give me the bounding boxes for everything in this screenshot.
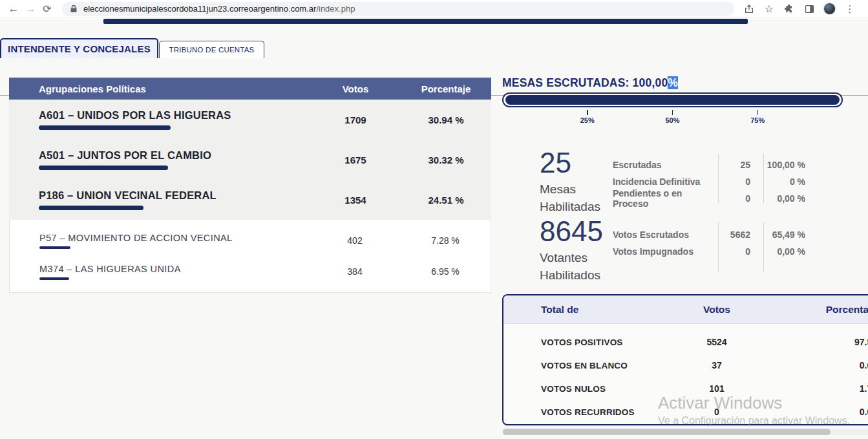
- stat-percentage: 0 %: [763, 177, 808, 187]
- totals-row: VOTOS RECURRIDOS00.00: [503, 400, 868, 423]
- divider: [718, 222, 719, 272]
- party-result-bar: [39, 277, 69, 280]
- totals-header-votos: Votos: [659, 304, 775, 316]
- party-name: M374 – LAS HIGUERAS UNIDA: [39, 264, 310, 274]
- extensions-puzzle-icon[interactable]: [783, 3, 795, 15]
- bookmark-star-icon[interactable]: ☆: [763, 3, 775, 15]
- browser-window: ← → ⟳ eleccionesmunicipalescordoba11jun2…: [0, 0, 868, 439]
- stat-value: 0: [718, 246, 763, 257]
- mesas-escrutadas-text: MESAS ESCRUTADAS: 100,00: [502, 76, 668, 89]
- share-icon[interactable]: [743, 3, 755, 15]
- party-percentage: 30.32 %: [401, 155, 491, 166]
- votantes-detail-rows: Votos Escrutados566265,49 %Votos Impugna…: [613, 226, 813, 260]
- progress-tick: 75%: [750, 110, 765, 124]
- totals-label: VOTOS POSITIVOS: [503, 337, 659, 347]
- scrutiny-progress-bar: [502, 92, 843, 107]
- totals-header-porcentaje: Porcentaje: [775, 304, 868, 316]
- stat-value: 5662: [718, 230, 763, 240]
- mesas-escrutadas-title: MESAS ESCRUTADAS: 100,00%: [502, 76, 678, 90]
- url-host: eleccionesmunicipalescordoba11jun23.corr…: [83, 4, 316, 14]
- lock-icon: [70, 5, 78, 13]
- party-percentage: 6.95 %: [400, 266, 491, 277]
- totals-label: VOTOS NULOS: [503, 384, 659, 394]
- party-name: P57 – MOVIMIENTO DE ACCION VECINAL: [39, 233, 310, 243]
- progress-tick: 50%: [665, 110, 679, 124]
- tab-intendente-y-concejales[interactable]: INTENDENTE Y CONCEJALES: [0, 38, 158, 58]
- totals-row: VOTOS EN BLANCO370.65: [503, 354, 868, 377]
- url-path: /index.php: [316, 4, 355, 14]
- url-text: eleccionesmunicipalescordoba11jun23.corr…: [83, 4, 355, 14]
- party-votes: 1709: [310, 114, 401, 125]
- stat-row: Escrutadas25100,00 %: [613, 156, 813, 173]
- totals-votes: 5524: [659, 337, 775, 347]
- stat-label: Votos Escrutados: [613, 230, 718, 240]
- tick-label: 25%: [580, 116, 595, 124]
- party-votes: 1675: [310, 155, 401, 166]
- totals-votes: 101: [659, 383, 775, 394]
- scrollbar-thumb[interactable]: [503, 429, 831, 435]
- totals-percentage: 97.56: [775, 337, 868, 347]
- menu-kebab-icon[interactable]: ⋮: [844, 3, 856, 15]
- scrutiny-progress-fill: [505, 95, 840, 105]
- party-name-cell: A601 – UNIDOS POR LAS HIGUERAS: [9, 109, 310, 130]
- party-row: A501 – JUNTOS POR EL CAMBIO167530.32 %: [9, 140, 491, 180]
- party-result-bar: [39, 206, 143, 210]
- totals-label: VOTOS RECURRIDOS: [503, 407, 659, 417]
- progress-tick: 25%: [580, 110, 595, 124]
- address-bar[interactable]: eleccionesmunicipalescordoba11jun23.corr…: [62, 2, 734, 16]
- party-name-cell: P186 – UNION VECINAL FEDERAL: [9, 189, 310, 210]
- reload-button[interactable]: ⟳: [39, 1, 56, 17]
- results-bottom-rows: P57 – MOVIMIENTO DE ACCION VECINAL4027.2…: [9, 220, 491, 293]
- horizontal-scrollbar[interactable]: [502, 429, 868, 435]
- side-panel-icon[interactable]: [803, 3, 815, 15]
- profile-avatar[interactable]: [823, 3, 836, 15]
- results-table: Agrupaciones Políticas Votos Porcentaje …: [9, 78, 491, 293]
- totals-votes: 37: [659, 360, 775, 370]
- header-votos: Votos: [310, 83, 401, 94]
- mesas-habilitadas-count: 25: [540, 149, 617, 177]
- stat-percentage: 0,00 %: [763, 246, 808, 257]
- tick-mark: [672, 110, 673, 115]
- stat-label: Votos Impugnados: [613, 246, 718, 257]
- totals-header-label: Total de: [503, 304, 659, 316]
- stat-value: 0: [718, 177, 763, 187]
- party-result-bar: [39, 125, 171, 130]
- divider: [718, 154, 719, 203]
- stat-label: Pendientes o en Proceso: [613, 188, 718, 209]
- mesas-detail-rows: Escrutadas25100,00 %Incidencia Definitiv…: [613, 156, 813, 207]
- divider: [763, 154, 764, 203]
- totals-row: VOTOS POSITIVOS552497.56: [503, 330, 868, 354]
- party-name-cell: A501 – JUNTOS POR EL CAMBIO: [9, 149, 310, 170]
- page-tabs: INTENDENTE Y CONCEJALES TRIBUNO DE CUENT…: [0, 38, 868, 58]
- selected-percent: %: [668, 76, 678, 89]
- totals-label: VOTOS EN BLANCO: [503, 361, 659, 370]
- totals-table-header: Total de Votos Porcentaje: [503, 295, 868, 324]
- totals-table-body: VOTOS POSITIVOS552497.56VOTOS EN BLANCO3…: [503, 324, 868, 423]
- tab-tribuno-de-cuentas[interactable]: TRIBUNO DE CUENTAS: [159, 41, 264, 58]
- stat-percentage: 100,00 %: [763, 160, 808, 170]
- party-result-bar: [39, 246, 70, 249]
- party-percentage: 24.51 %: [401, 195, 491, 206]
- mesas-habilitadas-label: Mesas Habilitadas: [540, 181, 617, 215]
- stat-value: 0: [718, 193, 763, 204]
- back-button[interactable]: ←: [5, 1, 22, 17]
- totals-row: VOTOS NULOS1011.78: [503, 377, 868, 400]
- totals-percentage: 1.78: [775, 383, 868, 394]
- totals-percentage: 0.65: [775, 360, 868, 370]
- party-row: P57 – MOVIMIENTO DE ACCION VECINAL4027.2…: [10, 225, 491, 256]
- party-result-bar: [39, 166, 168, 170]
- mesas-habilitadas-stat: 25 Mesas Habilitadas: [540, 149, 617, 215]
- header-agrupaciones: Agrupaciones Políticas: [9, 83, 310, 94]
- stat-percentage: 65,49 %: [763, 230, 808, 240]
- browser-toolbar: ← → ⟳ eleccionesmunicipalescordoba11jun2…: [0, 0, 868, 18]
- totals-votes: 0: [659, 407, 775, 417]
- totals-percentage: 0.00: [775, 407, 868, 417]
- party-votes: 1354: [310, 195, 401, 206]
- stat-value: 25: [718, 160, 763, 170]
- tick-mark: [757, 110, 759, 115]
- toolbar-right: ☆ ⋮: [743, 3, 856, 15]
- party-votes: 384: [310, 266, 400, 277]
- votantes-habilitados-count: 8645: [540, 217, 617, 246]
- forward-button[interactable]: →: [22, 1, 39, 17]
- party-votes: 402: [310, 235, 400, 246]
